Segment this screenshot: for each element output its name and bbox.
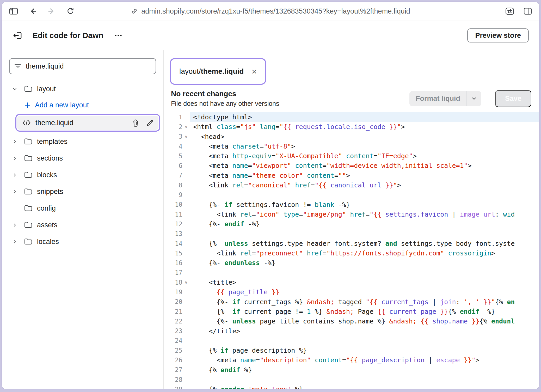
fold-chevron-icon[interactable]: ∨ <box>182 134 190 139</box>
split-view-icon[interactable] <box>524 7 532 15</box>
chevron-right-icon[interactable] <box>12 189 24 194</box>
exit-icon[interactable] <box>12 31 23 40</box>
line-number: 2∨ <box>164 122 190 132</box>
sidebar-item-templates[interactable]: templates <box>2 133 163 150</box>
sidebar-item-config[interactable]: config <box>2 200 163 217</box>
sidebar-item-label: assets <box>37 221 57 229</box>
status-subtitle: File does not have any other versions <box>171 100 279 107</box>
code-line[interactable]: {% render 'meta-tags' %} <box>190 384 539 389</box>
code-line[interactable]: </title> <box>190 326 539 336</box>
chevron-right-icon[interactable] <box>12 139 24 144</box>
vertical-divider <box>488 85 488 112</box>
chevron-right-icon[interactable] <box>12 239 24 244</box>
filter-icon <box>14 63 21 69</box>
sidebar-item-layout[interactable]: layout <box>2 81 163 97</box>
plus-icon <box>24 102 31 108</box>
code-line[interactable]: {%- unless settings.type_header_font.sys… <box>190 239 539 248</box>
code-line[interactable]: <meta charset="utf-8"> <box>190 142 539 151</box>
sidebar-item-label: layout <box>37 85 56 93</box>
reload-icon[interactable] <box>66 7 74 15</box>
code-line[interactable]: <link rel="preconnect" href="https://fon… <box>190 248 539 258</box>
extensions-icon[interactable] <box>505 7 514 15</box>
line-number: 26 <box>164 355 190 365</box>
editor-main: layout/theme.liquid × No recent changes … <box>164 50 539 389</box>
chevron-down-icon[interactable] <box>466 91 481 106</box>
code-line[interactable]: <head> <box>190 132 539 142</box>
chevron-right-icon[interactable] <box>12 156 24 161</box>
code-line[interactable]: <html class="js" lang="{{ request.locale… <box>190 122 539 132</box>
line-number: 28 <box>164 375 190 384</box>
line-number: 1 <box>164 112 190 122</box>
line-number: 22 <box>164 316 190 326</box>
code-editor[interactable]: 12∨3∨456789101112131415161718∨1920212223… <box>164 112 539 389</box>
folder-icon <box>24 222 32 228</box>
sidebar-item-sections[interactable]: sections <box>2 150 163 167</box>
line-number: 13 <box>164 229 190 239</box>
forward-icon[interactable] <box>48 7 56 15</box>
code-line[interactable] <box>190 190 539 200</box>
code-line[interactable]: <meta name="viewport" content="width=dev… <box>190 161 539 170</box>
sidebar-item-locales[interactable]: locales <box>2 233 163 250</box>
code-line[interactable] <box>190 336 539 346</box>
sidebar-item-assets[interactable]: assets <box>2 217 163 233</box>
folder-icon <box>24 155 32 162</box>
close-icon[interactable]: × <box>251 67 257 76</box>
code-line[interactable]: {%- unless page_title contains shop.name… <box>190 316 539 326</box>
line-number: 7 <box>164 171 190 180</box>
sidebar-item-snippets[interactable]: snippets <box>2 183 163 200</box>
more-actions-icon[interactable] <box>114 34 122 36</box>
folder-icon <box>24 85 32 92</box>
code-line[interactable]: <meta http-equiv="X-UA-Compatible" conte… <box>190 151 539 161</box>
code-line[interactable]: <meta name="theme-color" content=""> <box>190 171 539 180</box>
sidebar-item-label: theme.liquid <box>35 119 125 127</box>
selected-file-focus-ring: theme.liquid <box>15 114 160 132</box>
code-line[interactable]: {%- if current_tags %} &ndash; tagged "{… <box>190 297 539 307</box>
code-file-icon <box>22 119 31 126</box>
code-line[interactable]: {% if page_description %} <box>190 346 539 355</box>
line-number: 6 <box>164 161 190 170</box>
browser-nav <box>9 7 74 15</box>
editor-actions: Format liquid Save <box>409 85 539 112</box>
chevron-down-icon[interactable] <box>12 87 24 91</box>
code-line[interactable]: <!doctype html> <box>190 112 539 122</box>
tab-focus-ring: layout/theme.liquid × <box>170 58 266 85</box>
back-icon[interactable] <box>29 7 37 15</box>
line-number: 27 <box>164 365 190 375</box>
rename-icon[interactable] <box>146 119 154 127</box>
sidebar-item-blocks[interactable]: blocks <box>2 167 163 183</box>
code-line[interactable]: {%- endif -%} <box>190 219 539 229</box>
chevron-right-icon[interactable] <box>12 173 24 177</box>
code-line[interactable]: {%- if settings.favicon != blank -%} <box>190 200 539 210</box>
fold-chevron-icon[interactable]: ∨ <box>182 280 190 285</box>
code-line[interactable] <box>190 229 539 239</box>
code-line[interactable] <box>190 375 539 384</box>
code-line[interactable] <box>190 268 539 278</box>
code-line[interactable]: {% endif %} <box>190 365 539 375</box>
address-bar[interactable]: admin.shopify.com/store/rzq1xu-f5/themes… <box>131 7 410 15</box>
sidebar-item-theme-liquid[interactable]: theme.liquid <box>17 116 158 130</box>
tab-theme-liquid[interactable]: layout/theme.liquid × <box>172 60 264 83</box>
sidebar-toggle-icon[interactable] <box>9 7 18 15</box>
chevron-right-icon[interactable] <box>12 223 24 228</box>
code-line[interactable]: {%- if current_page != 1 %} &ndash; Page… <box>190 307 539 316</box>
line-number: 5 <box>164 151 190 161</box>
format-liquid-button[interactable]: Format liquid <box>409 91 481 106</box>
fold-chevron-icon[interactable]: ∨ <box>182 124 190 129</box>
save-button[interactable]: Save <box>495 90 531 107</box>
code-line[interactable]: {{ page_title }} <box>190 287 539 297</box>
code-line[interactable]: <title> <box>190 278 539 287</box>
line-number: 9 <box>164 190 190 200</box>
code-line[interactable]: <meta name="description" content="{{ pag… <box>190 355 539 365</box>
browser-chrome-right <box>505 7 532 15</box>
file-search-input[interactable] <box>25 62 151 71</box>
line-number: 14 <box>164 239 190 248</box>
preview-store-button[interactable]: Preview store <box>467 28 529 42</box>
code-line[interactable]: {%- endunless -%} <box>190 258 539 268</box>
code-line[interactable]: <link rel="canonical" href="{{ canonical… <box>190 180 539 190</box>
code-area[interactable]: <!doctype html><html class="js" lang="{{… <box>190 112 539 389</box>
code-line[interactable]: <link rel="icon" type="image/png" href="… <box>190 210 539 219</box>
file-search-box[interactable] <box>9 58 156 74</box>
delete-icon[interactable] <box>132 119 139 127</box>
add-new-layout-link[interactable]: Add a new layout <box>2 97 163 113</box>
line-number: 15 <box>164 248 190 258</box>
